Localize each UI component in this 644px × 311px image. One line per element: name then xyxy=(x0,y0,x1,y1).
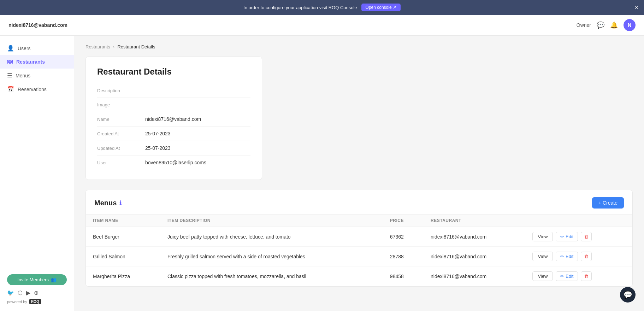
menus-table-wrapper: ITEM NAME ITEM DESCRIPTION PRICE RESTAUR… xyxy=(86,214,632,286)
cell-actions: View ✏ Edit 🗑 xyxy=(525,266,632,286)
edit-button[interactable]: ✏ Edit xyxy=(556,252,578,261)
message-icon[interactable]: 💬 xyxy=(597,21,604,29)
invite-members-button[interactable]: Invite Members 👥 xyxy=(7,274,67,285)
sidebar-item-reservations[interactable]: 📅 Reservations xyxy=(0,82,74,96)
delete-button[interactable]: 🗑 xyxy=(581,232,592,241)
invite-members-label: Invite Members xyxy=(17,277,49,282)
header-right: Owner 💬 🔔 N xyxy=(577,19,636,31)
breadcrumb: Restaurants › Restaurant Details xyxy=(85,44,633,49)
sidebar: 👤 Users 🍽 Restaurants ☰ Menus 📅 Reservat… xyxy=(0,36,74,311)
breadcrumb-parent[interactable]: Restaurants xyxy=(85,44,110,49)
detail-label-user: User xyxy=(97,160,140,165)
table-row: Grilled Salmon Freshly grilled salmon se… xyxy=(86,247,632,266)
header: nidexi8716@vaband.com Owner 💬 🔔 N xyxy=(0,15,644,36)
detail-label-updated: Updated At xyxy=(97,146,140,151)
detail-value-name: nidexi8716@vaband.com xyxy=(145,116,201,122)
sidebar-nav: 👤 Users 🍽 Restaurants ☰ Menus 📅 Reservat… xyxy=(0,41,74,269)
open-console-button[interactable]: Open console ↗ xyxy=(361,4,401,11)
layout: 👤 Users 🍽 Restaurants ☰ Menus 📅 Reservat… xyxy=(0,36,644,311)
owner-label: Owner xyxy=(577,22,591,28)
edit-button[interactable]: ✏ Edit xyxy=(556,271,578,281)
col-item-description: ITEM DESCRIPTION xyxy=(160,215,383,227)
view-button[interactable]: View xyxy=(532,232,553,241)
sidebar-item-menus[interactable]: ☰ Menus xyxy=(0,69,74,82)
cell-actions: View ✏ Edit 🗑 xyxy=(525,227,632,247)
detail-value-updated: 25-07-2023 xyxy=(145,145,171,151)
menus-icon: ☰ xyxy=(7,72,12,79)
breadcrumb-current: Restaurant Details xyxy=(117,44,155,49)
edit-button[interactable]: ✏ Edit xyxy=(556,232,578,241)
menus-section: Menus ℹ + Create ITEM NAME ITEM DESCRIPT… xyxy=(85,190,633,287)
cell-restaurant: nidexi8716@vaband.com xyxy=(424,266,525,286)
cell-item-name: Beef Burger xyxy=(86,227,160,247)
detail-card-title: Restaurant Details xyxy=(97,67,250,77)
menus-title-text: Menus xyxy=(94,199,117,207)
twitter-icon[interactable]: 🐦 xyxy=(7,289,14,296)
col-item-name: ITEM NAME xyxy=(86,215,160,227)
github-icon[interactable]: ⬡ xyxy=(18,289,23,296)
top-banner: In order to configure your application v… xyxy=(0,0,644,15)
col-price: PRICE xyxy=(383,215,424,227)
detail-value-created: 25-07-2023 xyxy=(145,131,171,136)
sidebar-label-menus: Menus xyxy=(16,73,30,78)
detail-row-description: Description xyxy=(97,84,250,98)
cell-price: 98458 xyxy=(383,266,424,286)
menus-table: ITEM NAME ITEM DESCRIPTION PRICE RESTAUR… xyxy=(86,214,632,286)
col-actions xyxy=(525,215,632,227)
detail-value-user: boven89510@laserlip.coms xyxy=(145,160,206,165)
youtube-icon[interactable]: ▶ xyxy=(26,289,30,296)
close-banner-button[interactable]: × xyxy=(634,4,638,11)
sidebar-label-users: Users xyxy=(18,46,31,51)
notification-icon[interactable]: 🔔 xyxy=(610,21,618,29)
detail-row-updated: Updated At 25-07-2023 xyxy=(97,141,250,156)
roq-logo: ROQ xyxy=(29,299,41,304)
powered-by-label: powered by xyxy=(7,300,27,304)
avatar[interactable]: N xyxy=(624,19,636,31)
sidebar-item-users[interactable]: 👤 Users xyxy=(0,41,74,55)
cell-price: 28788 xyxy=(383,247,424,266)
menus-header: Menus ℹ + Create xyxy=(86,190,632,214)
float-icon-glyph: 💬 xyxy=(624,291,632,299)
view-button[interactable]: View xyxy=(532,252,553,261)
table-header-row: ITEM NAME ITEM DESCRIPTION PRICE RESTAUR… xyxy=(86,215,632,227)
detail-card: Restaurant Details Description Image Nam… xyxy=(85,57,262,180)
social-icons: 🐦 ⬡ ▶ ⊕ xyxy=(7,289,67,296)
users-icon: 👤 xyxy=(7,45,14,52)
detail-row-created: Created At 25-07-2023 xyxy=(97,127,250,141)
detail-row-user: User boven89510@laserlip.coms xyxy=(97,156,250,170)
cell-item-description: Juicy beef patty topped with cheese, let… xyxy=(160,227,383,247)
col-restaurant: RESTAURANT xyxy=(424,215,525,227)
menus-table-body: Beef Burger Juicy beef patty topped with… xyxy=(86,227,632,286)
view-button[interactable]: View xyxy=(532,271,553,281)
breadcrumb-separator: › xyxy=(113,44,114,49)
sidebar-bottom: Invite Members 👥 🐦 ⬡ ▶ ⊕ powered by ROQ xyxy=(0,269,74,310)
delete-button[interactable]: 🗑 xyxy=(581,252,592,261)
restaurants-icon: 🍽 xyxy=(7,59,13,65)
detail-label-name: Name xyxy=(97,117,140,122)
cell-item-description: Classic pizza topped with fresh tomatoes… xyxy=(160,266,383,286)
cell-item-description: Freshly grilled salmon served with a sid… xyxy=(160,247,383,266)
cell-item-name: Margherita Pizza xyxy=(86,266,160,286)
create-menu-button[interactable]: + Create xyxy=(592,197,624,209)
detail-label-created: Created At xyxy=(97,131,140,136)
sidebar-label-restaurants: Restaurants xyxy=(16,59,45,65)
menus-title: Menus ℹ xyxy=(94,199,122,207)
detail-label-image: Image xyxy=(97,102,140,107)
detail-row-name: Name nidexi8716@vaband.com xyxy=(97,112,250,127)
cell-price: 67362 xyxy=(383,227,424,247)
sidebar-label-reservations: Reservations xyxy=(18,87,47,92)
cell-restaurant: nidexi8716@vaband.com xyxy=(424,247,525,266)
cell-item-name: Grilled Salmon xyxy=(86,247,160,266)
detail-row-image: Image xyxy=(97,98,250,112)
float-button[interactable]: 💬 xyxy=(620,287,636,303)
cell-actions: View ✏ Edit 🗑 xyxy=(525,247,632,266)
delete-button[interactable]: 🗑 xyxy=(581,271,592,281)
table-row: Margherita Pizza Classic pizza topped wi… xyxy=(86,266,632,286)
settings-icon[interactable]: ⊕ xyxy=(34,289,39,296)
info-icon[interactable]: ℹ xyxy=(119,200,122,206)
banner-message: In order to configure your application v… xyxy=(243,5,357,10)
header-logo: nidexi8716@vaband.com xyxy=(8,22,67,28)
sidebar-item-restaurants[interactable]: 🍽 Restaurants xyxy=(0,55,74,69)
cell-restaurant: nidexi8716@vaband.com xyxy=(424,227,525,247)
detail-label-description: Description xyxy=(97,88,140,93)
